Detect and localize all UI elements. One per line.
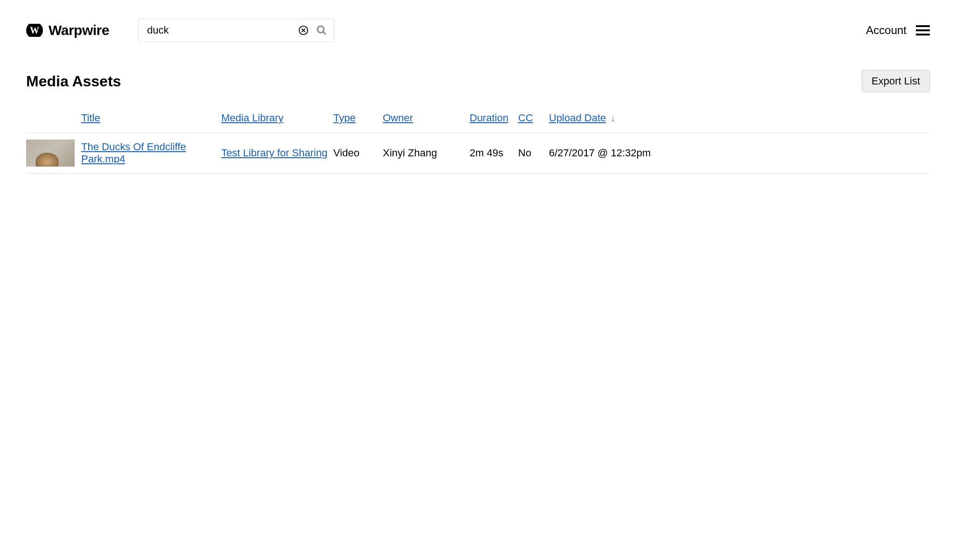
- main-content: Media Assets Export List Title Media Lib…: [0, 47, 956, 174]
- brand-name: Warpwire: [49, 22, 109, 38]
- col-header-upload-date[interactable]: Upload Date: [549, 112, 606, 124]
- logo-icon: W: [26, 22, 43, 39]
- media-cc: No: [518, 133, 549, 174]
- brand-logo[interactable]: W Warpwire: [26, 22, 109, 39]
- search-icon[interactable]: [316, 25, 327, 36]
- search-input[interactable]: [147, 24, 298, 36]
- col-header-cc[interactable]: CC: [518, 112, 533, 124]
- media-thumbnail[interactable]: [26, 140, 75, 167]
- table-row: The Ducks Of Endcliffe Park.mp4 Test Lib…: [26, 133, 930, 174]
- account-link[interactable]: Account: [866, 24, 907, 37]
- clear-search-icon[interactable]: [298, 25, 309, 35]
- menu-icon[interactable]: [916, 25, 930, 35]
- svg-point-3: [317, 26, 324, 33]
- col-header-library[interactable]: Media Library: [221, 112, 283, 124]
- col-header-duration[interactable]: Duration: [470, 112, 508, 124]
- app-header: W Warpwire Account: [0, 0, 956, 47]
- media-library-link[interactable]: Test Library for Sharing: [221, 147, 327, 159]
- col-header-owner[interactable]: Owner: [383, 112, 413, 124]
- col-header-title[interactable]: Title: [81, 112, 100, 124]
- export-list-button[interactable]: Export List: [862, 70, 930, 92]
- media-type: Video: [333, 133, 383, 174]
- sort-descending-icon: ↓: [611, 114, 615, 123]
- media-title-link[interactable]: The Ducks Of Endcliffe Park.mp4: [81, 141, 186, 165]
- media-assets-table: Title Media Library Type Owner Duration …: [26, 106, 930, 174]
- search-box: [138, 19, 334, 42]
- page-title: Media Assets: [26, 73, 121, 90]
- media-upload-date: 6/27/2017 @ 12:32pm: [549, 133, 930, 174]
- col-header-type[interactable]: Type: [333, 112, 356, 124]
- svg-line-4: [323, 32, 326, 35]
- media-owner: Xinyi Zhang: [383, 133, 470, 174]
- media-duration: 2m 49s: [470, 133, 518, 174]
- table-header-row: Title Media Library Type Owner Duration …: [26, 106, 930, 133]
